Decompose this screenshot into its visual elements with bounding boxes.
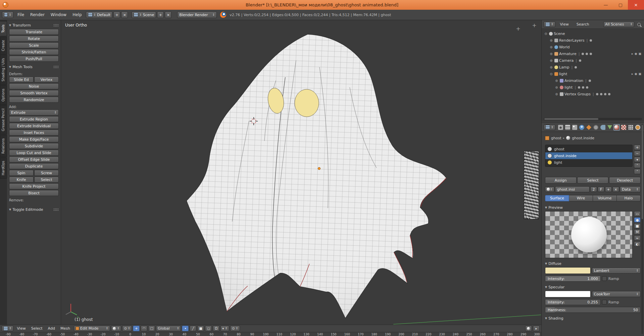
material-name-field[interactable]: ghost.insi — [555, 186, 590, 192]
preview-sky-button[interactable]: ◐ — [634, 241, 641, 247]
tool-button-screw[interactable]: Screw — [34, 170, 59, 176]
material-type-tab-volume[interactable]: Volume — [593, 195, 617, 201]
face-select-button[interactable]: ■ — [197, 326, 204, 331]
tool-button-knife-select[interactable]: Select — [34, 177, 59, 183]
material-slot-light[interactable]: light — [545, 159, 632, 166]
panel-grip-icon[interactable] — [53, 208, 59, 211]
outliner-item-light[interactable]: ⊖light▸◉▣ — [542, 70, 643, 77]
tool-button-randomize[interactable]: Randomize — [9, 97, 59, 103]
material-type-tab-wire[interactable]: Wire — [569, 195, 593, 201]
panel-header-specular[interactable]: ▼ Specular — [545, 285, 641, 289]
menu-window[interactable]: Window — [48, 11, 69, 18]
datablock-icon[interactable] — [582, 53, 584, 55]
panel-header-toggle-editmode[interactable]: ▼ Toggle Editmode — [9, 207, 59, 212]
datablock-icon[interactable] — [579, 59, 581, 62]
outliner-menu-search[interactable]: Search — [574, 21, 592, 28]
tool-button-bisect[interactable]: Bisect — [9, 190, 59, 196]
specular-ramp-checkbox[interactable] — [602, 300, 607, 304]
viewport-menu-view[interactable]: View — [14, 326, 29, 331]
specular-shader-dropdown[interactable]: CookTorr ↕ — [592, 291, 641, 297]
menu-help[interactable]: Help — [69, 11, 85, 18]
properties-tab-scene[interactable] — [572, 124, 578, 131]
restrict-view-icon[interactable]: ◉ — [635, 72, 637, 76]
move-slot-down-button[interactable]: ˅ — [634, 169, 641, 174]
datablock-icon[interactable] — [590, 39, 592, 42]
properties-tab-material[interactable] — [613, 124, 620, 131]
add-scene-button[interactable]: + — [157, 11, 164, 18]
expand-icon[interactable]: ⊕ — [554, 92, 559, 96]
manipulator-rotate-button[interactable]: ◠ — [141, 326, 147, 331]
tool-button-inset-faces[interactable]: Inset Faces — [9, 130, 59, 136]
vertex-select-button[interactable]: • — [182, 326, 189, 331]
screen-layout-selector[interactable]: ↕ Default — [86, 11, 113, 18]
datablock-icon[interactable] — [578, 86, 580, 89]
tool-button-loop-cut-and-slide[interactable]: Loop Cut and Slide — [9, 150, 59, 156]
expand-icon[interactable]: ⊕ — [554, 79, 559, 83]
snap-element-dropdown[interactable]: ▾↕ — [220, 326, 229, 331]
editor-type-button[interactable]: ↕ — [544, 125, 555, 130]
expand-icon[interactable]: ⊕ — [549, 45, 553, 49]
menu-render[interactable]: Render — [27, 11, 48, 18]
restrict-render-icon[interactable]: ▣ — [638, 52, 641, 55]
tool-button-duplicate[interactable]: Duplicate — [9, 163, 59, 169]
panel-header-diffuse[interactable]: ▼ Diffuse — [545, 261, 641, 266]
properties-tab-world[interactable] — [579, 124, 585, 131]
datablock-icon[interactable] — [589, 80, 591, 82]
scrollbar-thumb[interactable] — [544, 118, 598, 120]
toolshelf-tab-grease-pencil[interactable]: Grease Pencil — [0, 105, 7, 135]
render-engine-dropdown[interactable]: Blender Render ↕ — [177, 11, 217, 18]
datablock-icon[interactable] — [582, 86, 584, 89]
preview-cube-button[interactable]: ■ — [634, 223, 641, 229]
tool-button-scale[interactable]: Scale — [9, 42, 59, 48]
proportional-edit-dropdown[interactable]: ⊙↕ — [230, 326, 240, 331]
breadcrumb-material[interactable]: ghost.inside — [572, 136, 594, 140]
material-type-tab-halo[interactable]: Halo — [617, 195, 641, 201]
tool-button-smooth-vertex[interactable]: Smooth Vertex — [9, 90, 59, 96]
opengl-render-image-button[interactable] — [525, 326, 532, 331]
properties-tab-constraints[interactable] — [593, 124, 599, 131]
outliner-item-world[interactable]: ⊕World — [542, 44, 643, 50]
close-button[interactable]: × — [628, 0, 644, 10]
tool-button-push-pull[interactable]: Push/Pull — [9, 56, 59, 62]
outliner-item-camera[interactable]: ⊕Camera| — [542, 57, 643, 64]
edge-select-button[interactable]: ╱ — [190, 326, 196, 331]
new-material-button[interactable]: + — [605, 187, 612, 192]
collapse-icon[interactable]: ⊖ — [544, 32, 548, 36]
snap-magnet-button[interactable]: Ω — [213, 326, 219, 331]
material-slot-ghost-inside[interactable]: ghost.inside — [545, 152, 632, 159]
scrollbar-thumb[interactable] — [642, 125, 643, 219]
panel-grip-icon[interactable] — [53, 65, 59, 68]
restrict-view-icon[interactable]: ◉ — [635, 52, 637, 55]
preview-hair-button[interactable]: ≈ — [634, 235, 641, 241]
frame-ruler[interactable]: -100-90-80-70-60-50-40-30-20-10010203040… — [0, 332, 541, 336]
tool-button-rotate[interactable]: Rotate — [9, 36, 59, 42]
breadcrumb-object[interactable]: ghost — [551, 136, 561, 140]
outliner-scrollbar[interactable] — [544, 118, 642, 120]
properties-tab-texture[interactable] — [621, 124, 627, 131]
outliner-item-armature[interactable]: ⊕Armature|▸◉▣ — [542, 50, 643, 57]
expand-icon[interactable]: ⊕ — [549, 52, 553, 56]
expand-icon[interactable]: ⊕ — [549, 65, 553, 69]
add-slot-button[interactable]: + — [634, 145, 641, 150]
tool-button-extrude-individual[interactable]: Extrude Individual — [9, 123, 59, 129]
action-button-assign[interactable]: Assign — [545, 177, 577, 184]
editor-type-button[interactable]: ↕ — [2, 326, 13, 331]
tool-button-make-edge-face[interactable]: Make Edge/Face — [9, 136, 59, 142]
expand-icon[interactable]: ⊕ — [554, 86, 559, 89]
tool-button-subdivide[interactable]: Subdivide — [9, 143, 59, 149]
properties-tab-particles[interactable] — [628, 124, 634, 131]
outliner-item-renderlayers[interactable]: ⊕RenderLayers| — [542, 37, 643, 44]
diffuse-intensity-slider[interactable]: Intensity: 1.000 — [545, 276, 601, 282]
panel-grip-icon[interactable] — [53, 24, 59, 27]
datablock-icon[interactable] — [586, 86, 588, 89]
orientation-dropdown[interactable]: Global ↕ — [156, 326, 181, 331]
properties-tab-render-layers[interactable] — [564, 124, 571, 131]
mini-axis-gizmo[interactable]: y — [63, 302, 79, 319]
properties-tab-render[interactable] — [557, 124, 564, 131]
move-slot-up-button[interactable]: ˄ — [634, 163, 641, 168]
users-count-button[interactable]: 2 — [590, 187, 597, 192]
outliner-item-animation[interactable]: ⊕Animation| — [542, 77, 643, 84]
datablock-icon[interactable] — [600, 93, 602, 95]
outliner-menu-view[interactable]: View — [557, 21, 572, 28]
tool-button-spin[interactable]: Spin — [9, 170, 34, 176]
